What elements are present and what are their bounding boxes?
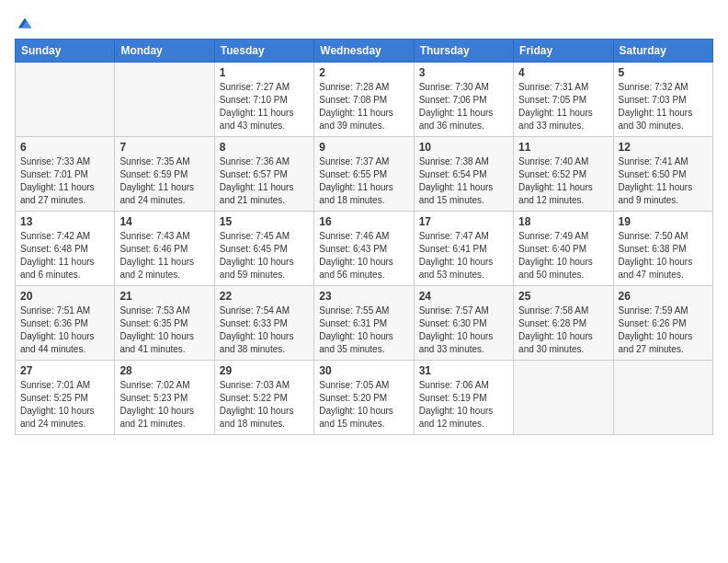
- day-info: Sunrise: 7:50 AM Sunset: 6:38 PM Dayligh…: [619, 230, 708, 282]
- day-number: 24: [419, 290, 508, 303]
- day-number: 30: [319, 364, 408, 377]
- day-number: 29: [220, 364, 309, 377]
- calendar-cell: 3Sunrise: 7:30 AM Sunset: 7:06 PM Daylig…: [414, 63, 513, 137]
- calendar-cell: 5Sunrise: 7:32 AM Sunset: 7:03 PM Daylig…: [613, 63, 712, 137]
- calendar-cell: 29Sunrise: 7:03 AM Sunset: 5:22 PM Dayli…: [214, 361, 313, 435]
- weekday-header: Saturday: [613, 40, 712, 63]
- day-info: Sunrise: 7:51 AM Sunset: 6:36 PM Dayligh…: [20, 304, 109, 356]
- calendar-cell: 9Sunrise: 7:37 AM Sunset: 6:55 PM Daylig…: [314, 137, 414, 212]
- day-info: Sunrise: 7:32 AM Sunset: 7:03 PM Dayligh…: [619, 81, 708, 132]
- day-number: 11: [518, 141, 608, 154]
- calendar-cell: 22Sunrise: 7:54 AM Sunset: 6:33 PM Dayli…: [214, 286, 313, 361]
- calendar-cell: 11Sunrise: 7:40 AM Sunset: 6:52 PM Dayli…: [514, 137, 613, 212]
- day-number: 27: [20, 364, 109, 377]
- day-number: 6: [20, 141, 109, 154]
- calendar-cell: 7Sunrise: 7:35 AM Sunset: 6:59 PM Daylig…: [115, 137, 214, 212]
- calendar-cell: 13Sunrise: 7:42 AM Sunset: 6:48 PM Dayli…: [16, 212, 115, 286]
- day-info: Sunrise: 7:47 AM Sunset: 6:41 PM Dayligh…: [419, 230, 508, 282]
- calendar-cell: 26Sunrise: 7:59 AM Sunset: 6:26 PM Dayli…: [613, 286, 712, 361]
- day-info: Sunrise: 7:37 AM Sunset: 6:55 PM Dayligh…: [319, 155, 408, 207]
- day-info: Sunrise: 7:57 AM Sunset: 6:30 PM Dayligh…: [419, 304, 508, 356]
- calendar-cell: 19Sunrise: 7:50 AM Sunset: 6:38 PM Dayli…: [613, 212, 712, 286]
- day-info: Sunrise: 7:35 AM Sunset: 6:59 PM Dayligh…: [119, 155, 209, 207]
- day-number: 31: [419, 364, 508, 377]
- day-info: Sunrise: 7:55 AM Sunset: 6:31 PM Dayligh…: [319, 304, 408, 356]
- day-number: 2: [319, 66, 408, 79]
- calendar-cell: 8Sunrise: 7:36 AM Sunset: 6:57 PM Daylig…: [214, 137, 313, 212]
- calendar-cell: 31Sunrise: 7:06 AM Sunset: 5:19 PM Dayli…: [414, 361, 513, 435]
- calendar-cell: 10Sunrise: 7:38 AM Sunset: 6:54 PM Dayli…: [414, 137, 513, 212]
- day-number: 20: [20, 290, 109, 303]
- day-info: Sunrise: 7:59 AM Sunset: 6:26 PM Dayligh…: [619, 304, 708, 356]
- day-info: Sunrise: 7:31 AM Sunset: 7:05 PM Dayligh…: [518, 81, 608, 132]
- day-info: Sunrise: 7:28 AM Sunset: 7:08 PM Dayligh…: [319, 81, 408, 132]
- day-number: 17: [419, 215, 508, 228]
- calendar-week-row: 6Sunrise: 7:33 AM Sunset: 7:01 PM Daylig…: [16, 137, 713, 212]
- calendar-cell: 28Sunrise: 7:02 AM Sunset: 5:23 PM Dayli…: [115, 361, 214, 435]
- day-info: Sunrise: 7:40 AM Sunset: 6:52 PM Dayligh…: [518, 155, 608, 207]
- calendar-week-row: 1Sunrise: 7:27 AM Sunset: 7:10 PM Daylig…: [16, 63, 713, 137]
- calendar-cell: [514, 361, 613, 435]
- day-number: 8: [220, 141, 309, 154]
- day-number: 23: [319, 290, 408, 303]
- day-info: Sunrise: 7:33 AM Sunset: 7:01 PM Dayligh…: [20, 155, 109, 207]
- day-number: 18: [518, 215, 608, 228]
- calendar-week-row: 27Sunrise: 7:01 AM Sunset: 5:25 PM Dayli…: [16, 361, 713, 435]
- calendar-cell: 24Sunrise: 7:57 AM Sunset: 6:30 PM Dayli…: [414, 286, 513, 361]
- day-info: Sunrise: 7:43 AM Sunset: 6:46 PM Dayligh…: [119, 230, 209, 282]
- day-info: Sunrise: 7:42 AM Sunset: 6:48 PM Dayligh…: [20, 230, 109, 282]
- weekday-header: Monday: [115, 40, 214, 63]
- day-number: 15: [220, 215, 309, 228]
- day-number: 19: [619, 215, 708, 228]
- day-info: Sunrise: 7:38 AM Sunset: 6:54 PM Dayligh…: [419, 155, 508, 207]
- weekday-header-row: SundayMondayTuesdayWednesdayThursdayFrid…: [16, 40, 713, 63]
- day-info: Sunrise: 7:36 AM Sunset: 6:57 PM Dayligh…: [220, 155, 309, 207]
- day-info: Sunrise: 7:30 AM Sunset: 7:06 PM Dayligh…: [419, 81, 508, 132]
- day-number: 3: [419, 66, 508, 79]
- day-info: Sunrise: 7:49 AM Sunset: 6:40 PM Dayligh…: [518, 230, 608, 282]
- day-number: 28: [119, 364, 209, 377]
- day-info: Sunrise: 7:27 AM Sunset: 7:10 PM Dayligh…: [220, 81, 309, 132]
- calendar-cell: 25Sunrise: 7:58 AM Sunset: 6:28 PM Dayli…: [514, 286, 613, 361]
- calendar-cell: 17Sunrise: 7:47 AM Sunset: 6:41 PM Dayli…: [414, 212, 513, 286]
- calendar-cell: [115, 63, 214, 137]
- weekday-header: Wednesday: [314, 40, 414, 63]
- weekday-header: Friday: [514, 40, 613, 63]
- calendar-cell: 23Sunrise: 7:55 AM Sunset: 6:31 PM Dayli…: [314, 286, 414, 361]
- day-number: 7: [119, 141, 209, 154]
- calendar-cell: 12Sunrise: 7:41 AM Sunset: 6:50 PM Dayli…: [613, 137, 712, 212]
- day-number: 12: [619, 141, 708, 154]
- logo-icon: [17, 15, 33, 31]
- calendar-cell: 14Sunrise: 7:43 AM Sunset: 6:46 PM Dayli…: [115, 212, 214, 286]
- day-info: Sunrise: 7:58 AM Sunset: 6:28 PM Dayligh…: [518, 304, 608, 356]
- day-number: 1: [220, 66, 309, 79]
- weekday-header: Tuesday: [214, 40, 313, 63]
- day-number: 13: [20, 215, 109, 228]
- day-info: Sunrise: 7:06 AM Sunset: 5:19 PM Dayligh…: [419, 379, 508, 431]
- page-header: [15, 15, 713, 31]
- calendar-cell: 4Sunrise: 7:31 AM Sunset: 7:05 PM Daylig…: [514, 63, 613, 137]
- day-number: 14: [119, 215, 209, 228]
- calendar-table: SundayMondayTuesdayWednesdayThursdayFrid…: [15, 39, 713, 435]
- logo: [15, 15, 33, 31]
- calendar-week-row: 13Sunrise: 7:42 AM Sunset: 6:48 PM Dayli…: [16, 212, 713, 286]
- day-info: Sunrise: 7:05 AM Sunset: 5:20 PM Dayligh…: [319, 379, 408, 431]
- day-number: 22: [220, 290, 309, 303]
- day-info: Sunrise: 7:41 AM Sunset: 6:50 PM Dayligh…: [619, 155, 708, 207]
- calendar-cell: 30Sunrise: 7:05 AM Sunset: 5:20 PM Dayli…: [314, 361, 414, 435]
- calendar-cell: 15Sunrise: 7:45 AM Sunset: 6:45 PM Dayli…: [214, 212, 313, 286]
- day-info: Sunrise: 7:53 AM Sunset: 6:35 PM Dayligh…: [119, 304, 209, 356]
- day-info: Sunrise: 7:03 AM Sunset: 5:22 PM Dayligh…: [220, 379, 309, 431]
- calendar-cell: 18Sunrise: 7:49 AM Sunset: 6:40 PM Dayli…: [514, 212, 613, 286]
- weekday-header: Sunday: [16, 40, 115, 63]
- day-number: 26: [619, 290, 708, 303]
- day-number: 16: [319, 215, 408, 228]
- calendar-cell: 20Sunrise: 7:51 AM Sunset: 6:36 PM Dayli…: [16, 286, 115, 361]
- day-number: 9: [319, 141, 408, 154]
- day-number: 10: [419, 141, 508, 154]
- calendar-cell: 21Sunrise: 7:53 AM Sunset: 6:35 PM Dayli…: [115, 286, 214, 361]
- weekday-header: Thursday: [414, 40, 513, 63]
- day-info: Sunrise: 7:54 AM Sunset: 6:33 PM Dayligh…: [220, 304, 309, 356]
- calendar-week-row: 20Sunrise: 7:51 AM Sunset: 6:36 PM Dayli…: [16, 286, 713, 361]
- day-info: Sunrise: 7:01 AM Sunset: 5:25 PM Dayligh…: [20, 379, 109, 431]
